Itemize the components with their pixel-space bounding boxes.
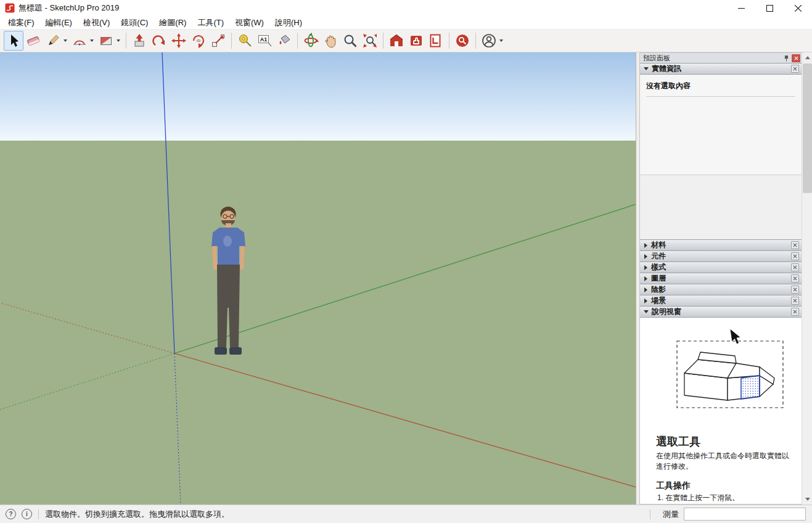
expand-arrow-icon	[644, 276, 647, 281]
push-pull-tool-button[interactable]	[129, 31, 149, 51]
section-close-icon[interactable]	[791, 297, 799, 305]
eraser-tool-button[interactable]	[23, 31, 43, 51]
scale-icon	[210, 33, 226, 49]
rotate-tool-button[interactable]	[189, 31, 208, 51]
panel-section-layers[interactable]: 圖層	[640, 273, 802, 284]
red-axis-solid	[174, 353, 636, 487]
text-tool-button[interactable]: A1	[255, 31, 274, 51]
select-icon	[6, 33, 22, 49]
menu-window[interactable]: 視窗(W)	[229, 16, 269, 30]
menu-file[interactable]: 檔案(F)	[2, 16, 40, 30]
entity-info-close-icon[interactable]	[791, 65, 799, 73]
menu-camera[interactable]: 鏡頭(C)	[115, 16, 154, 30]
entity-info-body: 沒有選取內容	[640, 75, 802, 175]
section-label: 材料	[651, 240, 791, 250]
sketchup-window: 無標題 - SketchUp Pro 2019 檔案(F) 編輯(E) 檢視(V…	[0, 0, 812, 523]
orbit-tool-button[interactable]	[301, 31, 321, 51]
maximize-button[interactable]	[755, 0, 784, 16]
arc-icon	[72, 33, 88, 49]
send-to-layout-button[interactable]	[426, 31, 446, 51]
section-label: 場景	[651, 295, 791, 306]
paint-bucket-icon	[276, 33, 292, 49]
move-tool-button[interactable]	[169, 31, 189, 51]
tray-empty-space	[640, 175, 802, 240]
account-icon	[481, 33, 497, 49]
scrollbar-thumb[interactable]	[803, 64, 812, 193]
zoom-extents-button[interactable]	[360, 31, 380, 51]
select-tool-button[interactable]	[4, 31, 23, 51]
tray-title-bar[interactable]: 預設面板	[640, 53, 802, 64]
panel-scrollbar[interactable]	[802, 52, 812, 504]
shapes-tool-dropdown-icon[interactable]	[117, 39, 120, 42]
pin-icon[interactable]	[782, 54, 790, 62]
menu-tools[interactable]: 工具(T)	[192, 16, 229, 30]
rotate-icon	[191, 33, 207, 49]
instructor-op-heading: 工具操作	[656, 480, 793, 492]
menu-edit[interactable]: 編輯(E)	[40, 16, 78, 30]
tray-close-icon[interactable]	[792, 54, 800, 62]
menu-help[interactable]: 說明(H)	[269, 16, 308, 30]
shapes-tool-button[interactable]	[96, 31, 116, 51]
cursor-icon	[730, 329, 740, 344]
section-close-icon[interactable]	[791, 241, 799, 249]
scroll-up-button[interactable]	[802, 52, 812, 63]
measurements-input[interactable]	[684, 508, 806, 521]
tape-measure-tool-button[interactable]	[235, 31, 255, 51]
panel-section-components[interactable]: 元件	[640, 250, 802, 262]
line-tool-dropdown-icon[interactable]	[64, 39, 67, 42]
panel-section-scenes[interactable]: 場景	[640, 295, 802, 307]
scroll-down-button[interactable]	[802, 494, 812, 504]
instructor-heading: 選取工具	[656, 434, 793, 449]
3d-warehouse-button[interactable]	[387, 31, 406, 51]
toolbar-separator	[231, 33, 232, 49]
status-message: 選取物件。切換到擴充選取。拖曳滑鼠以選取多項。	[45, 509, 229, 520]
section-close-icon[interactable]	[791, 286, 799, 294]
expand-arrow-icon	[644, 254, 647, 259]
menu-view[interactable]: 檢視(V)	[78, 16, 115, 30]
default-tray-panel: 預設面板 實體資訊 沒有選取內容	[639, 52, 802, 504]
scale-tool-button[interactable]	[208, 31, 228, 51]
window-title: 無標題 - SketchUp Pro 2019	[18, 2, 119, 14]
orbit-icon	[303, 33, 319, 49]
pan-tool-button[interactable]	[321, 31, 340, 51]
zoom-tool-button[interactable]	[340, 31, 360, 51]
account-button[interactable]	[479, 31, 499, 51]
panel-section-materials[interactable]: 材料	[640, 239, 802, 251]
blue-axis-solid	[162, 52, 174, 353]
statusbar-separator	[38, 509, 39, 519]
viewport-overlay	[0, 52, 636, 504]
section-close-icon[interactable]	[791, 274, 799, 282]
expand-arrow-icon	[644, 265, 647, 270]
instructor-title: 說明視窗	[652, 307, 791, 317]
offset-tool-button[interactable]	[149, 31, 169, 51]
line-tool-button[interactable]	[43, 31, 63, 51]
model-viewport[interactable]	[0, 52, 636, 504]
arc-tool-button[interactable]	[70, 31, 89, 51]
tray-title: 預設面板	[643, 54, 782, 63]
toolbar-separator	[126, 33, 126, 49]
panel-section-styles[interactable]: 樣式	[640, 262, 802, 273]
paint-bucket-tool-button[interactable]	[274, 31, 294, 51]
arc-tool-dropdown-icon[interactable]	[90, 39, 94, 42]
entity-info-header[interactable]: 實體資訊	[640, 63, 802, 75]
red-axis-dashed	[0, 303, 174, 353]
instructor-close-icon[interactable]	[791, 308, 799, 316]
close-button[interactable]	[784, 0, 812, 16]
getting-started-toolbar: A1	[0, 30, 812, 52]
instructor-header[interactable]: 說明視窗	[640, 306, 802, 318]
select-tool-illustration	[668, 324, 792, 426]
zoom-icon	[342, 33, 358, 49]
info-icon[interactable]: i	[22, 509, 32, 519]
section-close-icon[interactable]	[791, 252, 799, 260]
account-dropdown-icon[interactable]	[499, 39, 503, 42]
minimize-button[interactable]	[727, 0, 755, 16]
search-sketchup-button[interactable]	[453, 31, 472, 51]
panel-section-shadows[interactable]: 陰影	[640, 284, 802, 295]
toolbar-separator	[475, 33, 476, 49]
extension-warehouse-button[interactable]	[406, 31, 426, 51]
geolocation-help-icon[interactable]: ?	[6, 509, 16, 519]
menu-draw[interactable]: 繪圖(R)	[154, 16, 192, 30]
svg-text:A1: A1	[260, 36, 268, 43]
section-close-icon[interactable]	[791, 263, 799, 271]
collapse-arrow-icon	[644, 310, 649, 313]
